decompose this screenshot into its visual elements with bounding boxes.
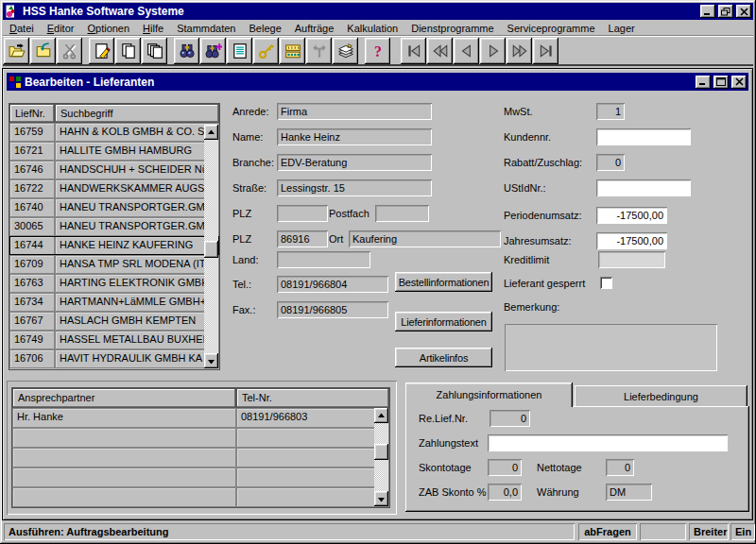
contact-row[interactable] — [12, 428, 389, 448]
menu-item[interactable]: Editor — [41, 22, 81, 35]
menu-item[interactable]: Hilfe — [136, 22, 170, 35]
ort-field[interactable]: Kaufering — [349, 230, 501, 247]
scroll-thumb[interactable] — [374, 444, 388, 460]
supplier-row[interactable]: 16722 HANDWERKSKAMMER AUGSB — [9, 179, 219, 198]
toolbar-button-pages[interactable] — [142, 38, 167, 64]
nav-next-button[interactable] — [480, 38, 506, 64]
toolbar-button-cut[interactable] — [57, 38, 82, 64]
toolbar-button-edit[interactable] — [89, 38, 114, 64]
menu-item[interactable]: Lager — [602, 22, 642, 35]
kreditlimit-field[interactable] — [598, 251, 665, 268]
supplier-row[interactable]: 16734 HARTMANN+LäMMLE GMBH+( — [9, 293, 219, 312]
supplier-row[interactable]: 30065 HANEU TRANSPORTGER.GMB — [9, 217, 219, 236]
mwst-field[interactable]: 1 — [596, 103, 625, 120]
toolbar-button-copy[interactable] — [115, 38, 141, 64]
kundennr-field[interactable] — [596, 128, 691, 145]
plz1-field[interactable] — [277, 205, 328, 222]
nettotage-field[interactable]: 0 — [606, 459, 634, 476]
postfach-field[interactable] — [375, 205, 429, 222]
toolbar-button-help[interactable]: ? — [365, 38, 390, 64]
supplier-row[interactable]: 16740 HANEU TRANSPORTGER.GMB — [9, 198, 219, 217]
contact-row[interactable] — [12, 468, 389, 487]
relief-field[interactable]: 0 — [490, 410, 530, 427]
artikelinfos-button[interactable]: Artikelinfos — [395, 348, 492, 367]
supplier-row[interactable]: 16767 HASLACH GMBH KEMPTEN — [9, 312, 219, 331]
column-header-ansprechpartner[interactable]: Ansprechpartner — [12, 388, 236, 408]
toolbar-button-open[interactable] — [4, 38, 29, 64]
close-button[interactable] — [736, 5, 751, 18]
nav-next-fast-button[interactable] — [507, 38, 532, 64]
editor-maximize-button[interactable] — [713, 76, 729, 89]
fax-field[interactable]: 08191/966805 — [277, 301, 388, 318]
tel-field[interactable]: 08191/966804 — [277, 276, 388, 293]
lieferinformationen-button[interactable]: Lieferinformationen — [395, 312, 492, 332]
branche-field[interactable]: EDV-Beratung — [277, 154, 432, 171]
editor-close-button[interactable] — [731, 76, 747, 89]
contact-row[interactable]: Hr. Hanke 08191/966803 — [12, 408, 389, 428]
plz2-field[interactable]: 86916 — [277, 230, 328, 247]
zahlungstext-field[interactable] — [488, 434, 728, 451]
scroll-up-button[interactable] — [374, 408, 388, 423]
status-ein[interactable]: Ein — [730, 523, 755, 540]
minimize-button[interactable] — [700, 5, 715, 18]
nav-last-button[interactable] — [533, 38, 558, 64]
anrede-field[interactable]: Firma — [277, 103, 432, 120]
menu-item[interactable]: Optionen — [80, 22, 136, 35]
supplier-row[interactable]: 16721 HALLITE GMBH HAMBURG — [9, 142, 219, 161]
status-abfragen[interactable]: abFragen — [578, 523, 637, 540]
scroll-down-button[interactable] — [374, 491, 388, 506]
contact-row[interactable] — [12, 487, 389, 507]
toolbar-button-list[interactable] — [227, 38, 252, 64]
bestellinformationen-button[interactable]: Bestellinformationen — [395, 272, 492, 292]
scroll-down-button[interactable] — [204, 353, 218, 368]
menu-item[interactable]: Dienstprogramme — [404, 22, 500, 35]
menu-item[interactable]: Kalkulation — [340, 22, 404, 35]
zab-field[interactable]: 0,0 — [488, 484, 522, 501]
rabatt-field[interactable]: 0 — [596, 154, 625, 171]
column-header-suchbegriff[interactable]: Suchbegriff — [55, 104, 219, 123]
menu-item[interactable]: Datei — [3, 22, 41, 35]
toolbar-button-search[interactable] — [174, 38, 199, 64]
nav-first-button[interactable] — [401, 38, 426, 64]
bemerkung-memo[interactable] — [505, 324, 717, 371]
jahresumsatz-field[interactable]: -17500,00 — [596, 232, 667, 249]
toolbar-button-search-add[interactable] — [200, 38, 226, 64]
supplier-row[interactable]: 16763 HARTING ELEKTRONIK GMBH — [9, 274, 219, 293]
restore-button[interactable] — [718, 5, 733, 18]
supplier-row[interactable]: 16706 HAVIT HYDRAULIK GMBH KA — [9, 349, 219, 368]
supplier-row[interactable]: 16759 HAHN & KOLB GMBH & CO. ST — [9, 123, 219, 142]
name-field[interactable]: Hanke Heinz — [277, 128, 432, 145]
nav-prev-fast-button[interactable] — [427, 38, 453, 64]
column-header-liefnr[interactable]: LiefNr. — [9, 104, 55, 123]
contacts-scrollbar[interactable] — [374, 408, 388, 506]
suppliers-scrollbar[interactable] — [204, 125, 218, 368]
land-field[interactable] — [277, 251, 370, 268]
menu-item[interactable]: Serviceprogramme — [501, 22, 602, 35]
supplier-row[interactable]: 16749 HASSEL METALLBAU BUXHEI — [9, 331, 219, 349]
status-breiter[interactable]: Breiter — [689, 523, 729, 540]
column-header-telnr[interactable]: Tel-Nr. — [236, 388, 389, 408]
toolbar-button-accounts[interactable] — [280, 38, 305, 64]
menu-item[interactable]: Aufträge — [288, 22, 341, 35]
toolbar-button-layers[interactable] — [333, 38, 358, 64]
menu-item[interactable]: Belege — [243, 22, 288, 35]
ustid-field[interactable] — [596, 179, 691, 196]
tab-lieferbedingung[interactable]: Lieferbedingung — [575, 385, 747, 407]
gesperrt-checkbox[interactable] — [600, 277, 612, 289]
supplier-row[interactable]: 16744 HANKE HEINZ KAUFERING — [9, 236, 219, 255]
nav-prev-button[interactable] — [454, 38, 479, 64]
scroll-up-button[interactable] — [204, 125, 218, 140]
supplier-row[interactable]: 16746 HANDSCHUH + SCHEIDER Nü — [9, 161, 219, 179]
toolbar-button-key[interactable] — [253, 38, 279, 64]
skontotage-field[interactable]: 0 — [488, 459, 522, 476]
supplier-row[interactable]: 16709 HANSA TMP SRL MODENA (IT — [9, 255, 219, 274]
toolbar-button-open-return[interactable] — [30, 38, 56, 64]
periodenumsatz-field[interactable]: -17500,00 — [596, 207, 667, 224]
tab-zahlungsinformationen[interactable]: Zahlungsinformationen — [405, 382, 573, 407]
menu-item[interactable]: Stammdaten — [170, 22, 242, 35]
contact-row[interactable] — [12, 448, 389, 468]
strasse-field[interactable]: Lessingstr. 15 — [277, 179, 432, 196]
toolbar-button-branch[interactable] — [306, 38, 332, 64]
scroll-thumb[interactable] — [204, 241, 218, 258]
editor-minimize-button[interactable] — [696, 76, 711, 89]
